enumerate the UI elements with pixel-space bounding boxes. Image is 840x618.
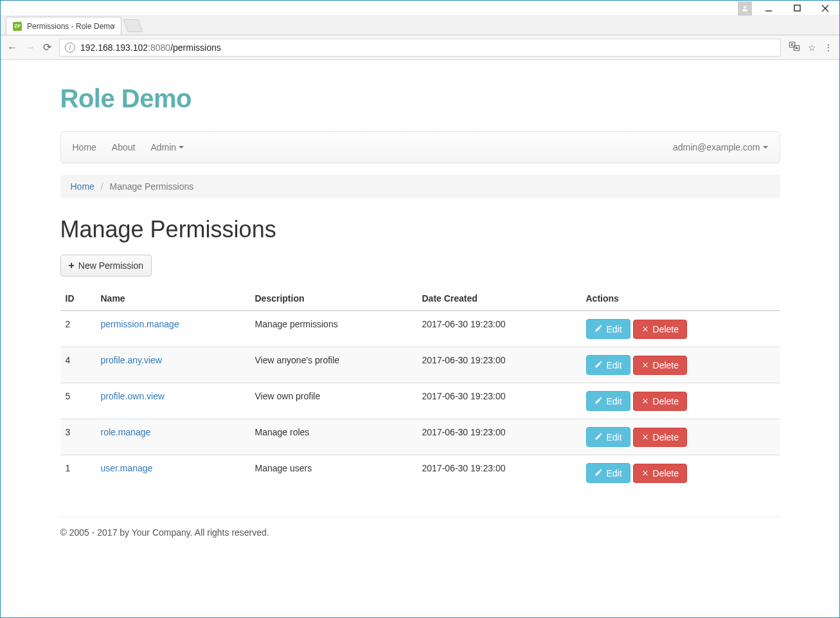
breadcrumb: Home / Manage Permissions <box>60 175 780 198</box>
col-date-created: Date Created <box>417 287 581 311</box>
cell-description: Manage permissions <box>250 311 417 347</box>
table-row: 3 role.manage Manage roles 2017-06-30 19… <box>60 419 780 455</box>
window-titlebar <box>1 1 839 16</box>
edit-button[interactable]: Edit <box>586 355 630 375</box>
new-tab-button[interactable] <box>123 19 143 32</box>
delete-button[interactable]: Delete <box>633 428 687 447</box>
cell-id: 1 <box>60 455 96 491</box>
plus-icon: + <box>69 260 75 271</box>
col-actions: Actions <box>581 287 780 311</box>
remove-icon <box>641 361 649 370</box>
col-id: ID <box>60 287 96 311</box>
delete-button[interactable]: Delete <box>633 320 687 339</box>
site-info-icon[interactable]: i <box>65 42 75 53</box>
delete-label: Delete <box>653 469 679 478</box>
pencil-icon <box>594 360 603 370</box>
delete-label: Delete <box>653 433 679 442</box>
permission-name-link[interactable]: role.manage <box>101 427 151 437</box>
footer-text: © 2005 - 2017 by Your Company. All right… <box>60 527 780 538</box>
pencil-icon <box>594 468 603 478</box>
edit-button[interactable]: Edit <box>586 391 630 411</box>
reload-button[interactable]: ⟳ <box>43 41 51 53</box>
cell-date: 2017-06-30 19:23:00 <box>417 419 581 455</box>
caret-down-icon <box>179 146 184 149</box>
edit-label: Edit <box>607 325 622 334</box>
caret-down-icon <box>763 146 768 149</box>
cell-id: 4 <box>60 347 96 383</box>
delete-label: Delete <box>653 325 679 334</box>
browser-tabstrip: ZF Permissions - Role Demo × <box>1 16 839 35</box>
edit-label: Edit <box>607 433 622 442</box>
page-title: Manage Permissions <box>60 216 780 243</box>
nav-user-menu[interactable]: admin@example.com <box>673 142 768 152</box>
permissions-table: ID Name Description Date Created Actions… <box>60 287 780 491</box>
permission-name-link[interactable]: user.manage <box>101 463 153 473</box>
svg-point-0 <box>744 6 746 8</box>
url-host: 192.168.193.102 <box>80 42 148 53</box>
window-maximize-button[interactable] <box>783 1 811 16</box>
new-permission-button[interactable]: + New Permission <box>60 255 152 277</box>
cell-date: 2017-06-30 19:23:00 <box>417 455 581 491</box>
table-row: 1 user.manage Manage users 2017-06-30 19… <box>60 455 780 491</box>
edit-button[interactable]: Edit <box>586 463 630 483</box>
translate-icon[interactable] <box>789 41 800 54</box>
col-name: Name <box>96 287 250 311</box>
remove-icon <box>641 397 649 406</box>
breadcrumb-current: Manage Permissions <box>110 181 194 192</box>
forward-button: → <box>25 42 35 53</box>
browser-tab[interactable]: ZF Permissions - Role Demo × <box>6 17 121 35</box>
edit-button[interactable]: Edit <box>586 319 630 339</box>
col-description: Description <box>250 287 417 311</box>
window-close-button[interactable] <box>811 1 839 16</box>
permission-name-link[interactable]: permission.manage <box>101 319 179 329</box>
main-navbar: Home About Admin admin@example.com <box>60 131 780 163</box>
cell-date: 2017-06-30 19:23:00 <box>417 311 581 347</box>
cell-id: 3 <box>60 419 96 455</box>
delete-button[interactable]: Delete <box>633 464 687 483</box>
delete-label: Delete <box>653 361 679 370</box>
cell-date: 2017-06-30 19:23:00 <box>417 347 581 383</box>
nav-about-label: About <box>112 142 136 152</box>
delete-button[interactable]: Delete <box>633 392 687 411</box>
remove-icon <box>641 469 649 478</box>
zend-favicon-icon: ZF <box>13 22 22 31</box>
tab-close-icon[interactable]: × <box>111 21 116 31</box>
url-port: :8080 <box>148 42 170 53</box>
window-minimize-button[interactable] <box>755 1 783 16</box>
browser-toolbar: ← → ⟳ i 192.168.193.102:8080/permissions… <box>1 35 839 60</box>
svg-rect-2 <box>794 5 800 11</box>
cell-description: View own profile <box>250 383 417 419</box>
nav-home-label: Home <box>73 142 96 152</box>
table-row: 4 profile.any.view View anyone's profile… <box>60 347 780 383</box>
chrome-menu-icon[interactable]: ⋮ <box>824 42 833 53</box>
cell-id: 2 <box>60 311 96 347</box>
permission-name-link[interactable]: profile.own.view <box>101 391 165 401</box>
back-button[interactable]: ← <box>7 42 17 53</box>
nav-about[interactable]: About <box>112 142 136 152</box>
table-row: 2 permission.manage Manage permissions 2… <box>60 311 780 347</box>
pencil-icon <box>594 432 603 442</box>
edit-label: Edit <box>607 361 622 370</box>
cell-description: Manage users <box>250 455 417 491</box>
nav-admin[interactable]: Admin <box>150 142 184 152</box>
nav-admin-label: Admin <box>150 142 176 152</box>
bookmark-star-icon[interactable]: ☆ <box>808 42 816 53</box>
permission-name-link[interactable]: profile.any.view <box>101 355 162 365</box>
cell-description: Manage roles <box>250 419 417 455</box>
cell-date: 2017-06-30 19:23:00 <box>417 383 581 419</box>
user-account-icon[interactable] <box>738 1 752 15</box>
pencil-icon <box>594 324 603 334</box>
breadcrumb-separator: / <box>97 181 107 192</box>
brand-title: Role Demo <box>60 84 780 113</box>
edit-button[interactable]: Edit <box>586 427 630 447</box>
remove-icon <box>641 433 649 442</box>
pencil-icon <box>594 396 603 406</box>
footer-separator <box>60 516 780 517</box>
nav-home[interactable]: Home <box>73 142 96 152</box>
cell-description: View anyone's profile <box>250 347 417 383</box>
breadcrumb-home[interactable]: Home <box>71 181 94 192</box>
delete-button[interactable]: Delete <box>633 356 687 375</box>
address-bar[interactable]: i 192.168.193.102:8080/permissions <box>59 39 781 57</box>
tab-title: Permissions - Role Demo <box>27 22 114 31</box>
cell-id: 5 <box>60 383 96 419</box>
